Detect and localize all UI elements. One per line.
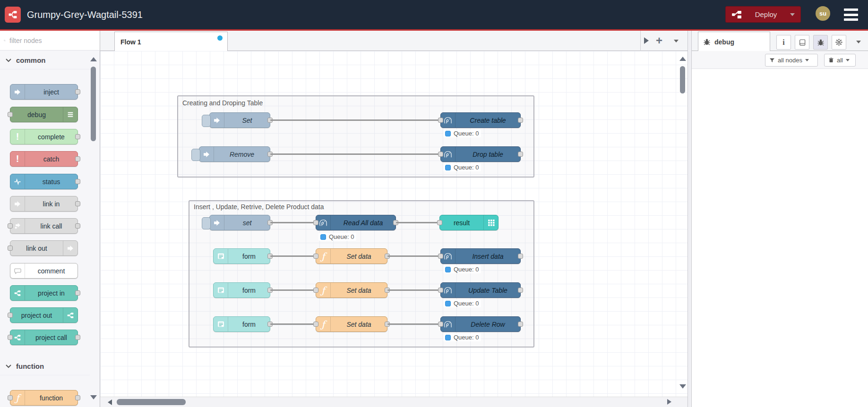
wire[interactable] (387, 289, 441, 291)
inject-button[interactable] (202, 217, 211, 229)
canvas-hscrollbar-thumb[interactable] (117, 399, 186, 405)
palette-node-link-in[interactable]: link in (10, 196, 78, 212)
palette-node-catch[interactable]: ! catch (10, 151, 78, 167)
node-set-data-insert[interactable]: ƒ Set data (316, 248, 387, 264)
palette-node-link-out[interactable]: link out (10, 240, 78, 256)
next-tab-button[interactable] (644, 37, 649, 44)
palette-node-debug[interactable]: debug (10, 107, 78, 122)
node-read-all-data[interactable]: Read All data (316, 215, 396, 230)
input-port[interactable] (8, 335, 13, 340)
sidebar-help-button[interactable] (795, 35, 809, 50)
input-port[interactable] (313, 288, 318, 293)
inject-button[interactable] (191, 149, 200, 161)
wire[interactable] (270, 119, 441, 121)
wire[interactable] (387, 323, 441, 325)
palette-node-project-in[interactable]: project in (10, 285, 78, 301)
input-port[interactable] (437, 220, 442, 225)
output-port[interactable] (75, 201, 80, 206)
node-set-data-delete[interactable]: ƒ Set data (316, 316, 387, 332)
input-port[interactable] (8, 395, 13, 400)
input-port[interactable] (8, 246, 13, 251)
tab-list-button[interactable] (674, 40, 679, 42)
wire[interactable] (270, 289, 317, 291)
output-port[interactable] (518, 118, 523, 123)
debug-clear-button[interactable]: all (824, 54, 856, 67)
input-port[interactable] (438, 118, 443, 123)
scroll-down-icon[interactable] (90, 395, 97, 399)
tab-flow-1[interactable]: Flow 1 (114, 32, 228, 51)
output-port[interactable] (518, 322, 523, 327)
wire[interactable] (270, 255, 317, 257)
palette-filter-input[interactable] (9, 36, 96, 45)
output-port[interactable] (75, 156, 80, 161)
palette-node-status[interactable]: status (10, 174, 78, 189)
canvas-scroll-up-icon[interactable] (679, 57, 686, 61)
output-port[interactable] (75, 395, 80, 400)
palette-node-project-out[interactable]: project out (10, 307, 78, 323)
node-result-table[interactable]: result (439, 215, 498, 230)
palette-node-inject[interactable]: inject (10, 84, 78, 100)
debug-messages-panel[interactable] (692, 69, 868, 407)
output-port[interactable] (518, 288, 523, 293)
debug-filter-button[interactable]: all nodes (765, 54, 818, 67)
canvas-scroll-left-icon[interactable] (108, 399, 112, 405)
canvas-scroll-down-icon[interactable] (679, 384, 686, 389)
canvas-vscrollbar-thumb[interactable] (680, 66, 685, 93)
wire[interactable] (387, 255, 441, 257)
node-update-table[interactable]: Update Table (440, 282, 521, 298)
canvas-scroll-right-icon[interactable] (667, 399, 671, 405)
canvas-hscrollbar[interactable] (100, 397, 688, 407)
output-port[interactable] (75, 290, 80, 296)
inject-button[interactable] (202, 115, 211, 127)
node-inject-remove[interactable]: Remove (199, 146, 270, 162)
node-delete-row[interactable]: Delete Row (440, 316, 521, 332)
input-port[interactable] (313, 220, 318, 225)
output-port[interactable] (75, 223, 80, 229)
output-port[interactable] (75, 134, 80, 139)
input-port[interactable] (8, 313, 13, 318)
node-create-table[interactable]: Create table (440, 112, 521, 128)
deploy-caret-icon[interactable] (790, 13, 795, 16)
sidebar-menu-caret[interactable] (856, 41, 861, 43)
node-form-update[interactable]: form (213, 282, 270, 298)
sidebar-info-button[interactable]: i (776, 35, 791, 50)
input-port[interactable] (313, 322, 318, 327)
wire[interactable] (270, 222, 317, 223)
palette-scrollbar[interactable] (90, 51, 97, 407)
group-creating-dropping-table[interactable] (177, 95, 534, 178)
node-drop-table[interactable]: Drop table (440, 146, 521, 162)
palette-node-link-call[interactable]: link call (10, 218, 78, 234)
palette-category-function[interactable]: function (0, 357, 90, 375)
input-port[interactable] (8, 223, 13, 229)
palette-category-common[interactable]: common (0, 51, 90, 69)
user-avatar[interactable]: su (816, 6, 830, 21)
sidebar-config-button[interactable] (832, 35, 846, 50)
input-port[interactable] (438, 288, 443, 293)
input-port[interactable] (438, 254, 443, 259)
output-port[interactable] (75, 89, 80, 94)
tab-debug[interactable]: debug (698, 32, 770, 51)
wire[interactable] (270, 323, 317, 325)
input-port[interactable] (438, 322, 443, 327)
node-form-insert[interactable]: form (213, 248, 270, 264)
node-insert-data[interactable]: Insert data (440, 248, 521, 264)
scroll-up-icon[interactable] (90, 57, 97, 61)
wire[interactable] (270, 153, 441, 155)
palette-node-function[interactable]: ƒ function (10, 390, 78, 406)
sidebar-resize-handle[interactable] (688, 31, 692, 407)
deploy-button[interactable]: Deploy (725, 6, 801, 23)
node-set-data-update[interactable]: ƒ Set data (316, 282, 387, 298)
output-port[interactable] (518, 152, 523, 157)
input-port[interactable] (8, 112, 13, 117)
input-port[interactable] (313, 254, 318, 259)
node-inject-set-lower[interactable]: set (209, 215, 270, 230)
palette-scrollbar-thumb[interactable] (91, 67, 96, 141)
sidebar-debug-button[interactable] (813, 35, 828, 50)
add-flow-button[interactable]: + (656, 34, 662, 47)
input-port[interactable] (438, 152, 443, 157)
palette-node-project-call[interactable]: project call (10, 330, 78, 345)
palette-node-complete[interactable]: ! complete (10, 129, 78, 144)
main-menu-button[interactable] (844, 8, 858, 21)
node-form-delete[interactable]: form (213, 316, 270, 332)
wire[interactable] (396, 222, 440, 223)
